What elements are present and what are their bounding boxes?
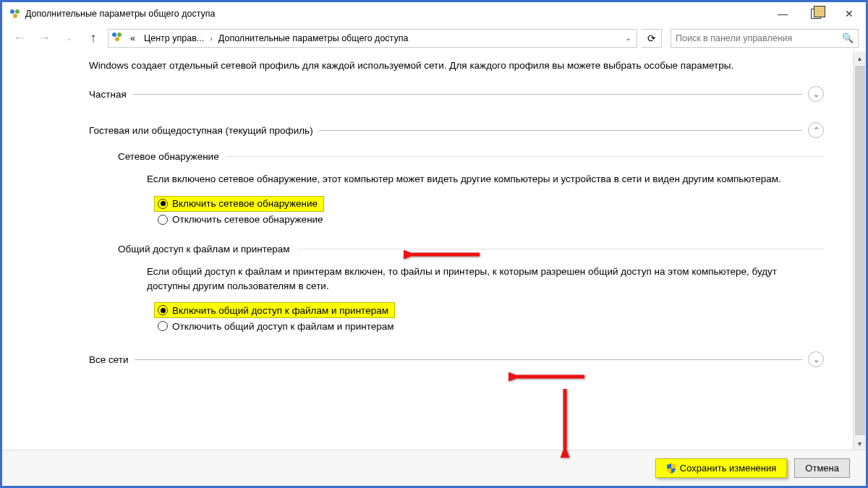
recent-dropdown[interactable]: ⌄ xyxy=(59,28,79,48)
forward-button[interactable]: → xyxy=(34,28,54,48)
close-button[interactable]: ✕ xyxy=(833,2,866,25)
file-sharing-header: Общий доступ к файлам и принтерам xyxy=(118,244,824,254)
radio-discovery-off[interactable]: Отключить сетевое обнаружение xyxy=(154,212,824,228)
profile-guest-header[interactable]: Гостевая или общедоступная (текущий проф… xyxy=(89,122,824,138)
network-icon xyxy=(9,8,21,20)
restore-button[interactable] xyxy=(799,2,833,25)
svg-point-5 xyxy=(115,37,119,41)
profile-private-label: Частная xyxy=(89,89,127,100)
svg-point-2 xyxy=(13,14,17,18)
svg-point-3 xyxy=(112,33,116,37)
cancel-button[interactable]: Отмена xyxy=(794,458,850,478)
back-button[interactable]: ← xyxy=(9,28,30,48)
profile-all-label: Все сети xyxy=(89,354,129,365)
svg-point-0 xyxy=(10,9,14,14)
radio-icon xyxy=(158,321,168,331)
scroll-up-icon[interactable]: ▴ xyxy=(854,51,866,64)
svg-point-1 xyxy=(15,9,20,14)
profile-guest-label: Гостевая или общедоступная (текущий проф… xyxy=(89,125,313,136)
footer-bar: Сохранить изменения Отмена xyxy=(2,450,866,486)
radio-sharing-off[interactable]: Отключить общий доступ к файлам и принте… xyxy=(154,318,824,334)
scrollbar[interactable]: ▴ ▾ xyxy=(853,51,866,450)
search-box: 🔍 xyxy=(671,29,859,48)
radio-sharing-on[interactable]: Включить общий доступ к файлам и принтер… xyxy=(154,302,395,318)
up-button[interactable]: ↑ xyxy=(83,28,103,48)
breadcrumb-item[interactable]: Центр управ... xyxy=(140,30,208,47)
search-icon[interactable]: 🔍 xyxy=(842,33,854,43)
chevron-down-icon[interactable]: ⌄ xyxy=(808,351,824,367)
content-pane: Windows создает отдельный сетевой профил… xyxy=(2,51,853,450)
svg-point-4 xyxy=(117,33,122,37)
window: Дополнительные параметры общего доступа … xyxy=(2,2,866,486)
address-bar[interactable]: « Центр управ... › Дополнительные параме… xyxy=(108,29,637,48)
chevron-down-icon[interactable]: ⌄ xyxy=(808,86,824,102)
radio-discovery-on[interactable]: Включить сетевое обнаружение xyxy=(154,196,324,212)
address-dropdown[interactable]: ⌄ xyxy=(621,33,635,43)
minimize-button[interactable]: — xyxy=(766,2,799,25)
scroll-thumb[interactable] xyxy=(855,66,865,435)
network-icon xyxy=(111,31,123,46)
nav-row: ← → ⌄ ↑ « Центр управ... › Дополнительны… xyxy=(2,25,866,51)
profile-all-header[interactable]: Все сети ⌄ xyxy=(89,351,824,367)
breadcrumb-ellipsis[interactable]: « xyxy=(126,30,140,47)
intro-text: Windows создает отдельный сетевой профил… xyxy=(2,59,853,86)
file-sharing-desc: Если общий доступ к файлам и принтерам в… xyxy=(147,265,802,294)
search-input[interactable] xyxy=(676,33,842,43)
chevron-right-icon: › xyxy=(208,34,214,43)
title-bar: Дополнительные параметры общего доступа … xyxy=(2,2,866,25)
network-discovery-header: Сетевое обнаружение xyxy=(118,151,824,162)
uac-shield-icon xyxy=(666,463,676,474)
refresh-button[interactable]: ⟳ xyxy=(642,29,662,48)
profile-private-header[interactable]: Частная ⌄ xyxy=(89,86,824,102)
save-button[interactable]: Сохранить изменения xyxy=(655,458,788,478)
window-title: Дополнительные параметры общего доступа xyxy=(25,9,766,19)
radio-icon xyxy=(158,199,168,209)
radio-icon xyxy=(158,215,168,225)
scroll-down-icon[interactable]: ▾ xyxy=(854,437,866,450)
radio-icon xyxy=(158,305,168,315)
network-discovery-desc: Если включено сетевое обнаружение, этот … xyxy=(147,172,802,187)
chevron-up-icon[interactable]: ⌃ xyxy=(808,122,824,138)
breadcrumb-item[interactable]: Дополнительные параметры общего доступа xyxy=(214,30,413,47)
